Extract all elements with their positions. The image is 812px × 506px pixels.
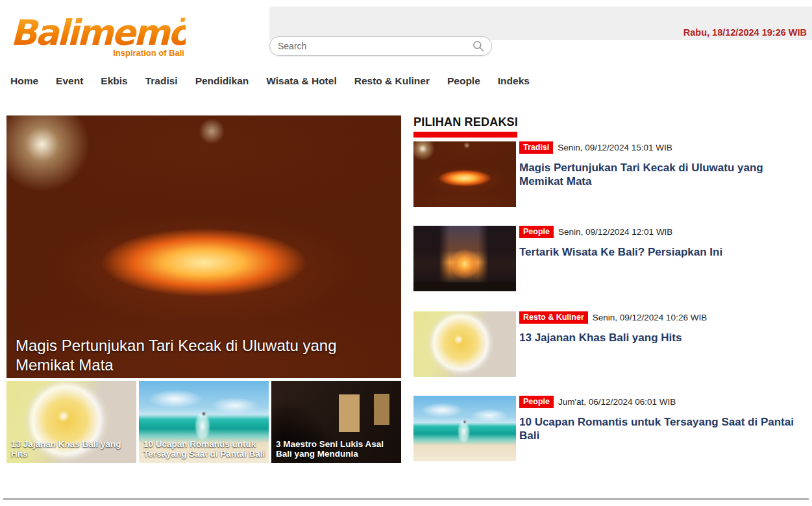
featured-thumb-beach-couple[interactable]: 10 Ucapan Romantis untuk Tersayang Saat … (139, 381, 269, 463)
article-date: Senin, 09/12/2024 15:01 WIB (558, 143, 672, 152)
current-datetime: Rabu, 18/12/2024 19:26 WIB (683, 27, 807, 38)
editors-picks-heading: PILIHAN REDAKSI (413, 115, 808, 129)
thumb-title[interactable]: 10 Ucapan Romantis untuk Tersayang Saat … (143, 439, 265, 459)
balimemo-logo[interactable]: Balimemö Inspiration of Bali (10, 16, 186, 58)
header-top-band: Rabu, 18/12/2024 19:26 WIB (269, 6, 812, 40)
nav-item-home[interactable]: Home (10, 75, 38, 87)
article-thumb-beach-couple[interactable] (413, 396, 516, 461)
nav-item-pendidikan[interactable]: Pendidikan (195, 75, 249, 87)
bottom-divider (3, 498, 809, 500)
featured-thumb-egg-tart[interactable]: 13 Jajanan Khas Bali yang Hits (6, 381, 136, 463)
category-badge[interactable]: Tradisi (519, 141, 553, 154)
nav-item-event[interactable]: Event (56, 75, 83, 87)
category-badge[interactable]: Resto & Kuliner (519, 311, 588, 324)
article-thumb-temple-sunset[interactable] (413, 226, 516, 291)
nav-item-ekbis[interactable]: Ekbis (101, 75, 127, 87)
article-thumb-egg-tart[interactable] (413, 311, 516, 377)
category-badge[interactable]: People (519, 226, 554, 238)
article-title[interactable]: Tertarik Wisata Ke Bali? Persiapkan Ini (519, 245, 808, 259)
nav-item-resto-kuliner[interactable]: Resto & Kuliner (354, 75, 430, 87)
hero-title[interactable]: Magis Pertunjukan Tari Kecak di Uluwatu … (16, 336, 389, 375)
search-icon[interactable] (472, 40, 485, 53)
category-badge[interactable]: People (519, 396, 554, 408)
article-row: Tradisi Senin, 09/12/2024 15:01 WIB Magi… (413, 141, 808, 209)
search-input[interactable] (278, 41, 472, 51)
article-date: Senin, 09/12/2024 10:26 WIB (593, 313, 707, 322)
featured-thumb-art-gallery[interactable]: 3 Maestro Seni Lukis Asal Bali yang Mend… (271, 381, 401, 463)
article-thumb-kecak-fire[interactable] (413, 141, 516, 207)
article-date: Jum'at, 06/12/2024 06:01 WIB (558, 397, 676, 407)
logo-wordmark: Balimemö (10, 16, 186, 51)
article-row: People Jum'at, 06/12/2024 06:01 WIB 10 U… (413, 396, 808, 463)
article-row: Resto & Kuliner Senin, 09/12/2024 10:26 … (413, 311, 808, 379)
nav-item-tradisi[interactable]: Tradisi (145, 75, 178, 87)
nav-item-indeks[interactable]: Indeks (498, 75, 530, 87)
article-title[interactable]: 13 Jajanan Khas Bali yang Hits (519, 331, 808, 344)
nav-item-wisata-hotel[interactable]: Wisata & Hotel (266, 75, 336, 87)
red-underline-bar (413, 132, 517, 138)
article-date: Senin, 09/12/2024 12:01 WIB (558, 227, 672, 237)
hero-article[interactable]: Magis Pertunjukan Tari Kecak di Uluwatu … (6, 115, 401, 378)
thumb-title[interactable]: 13 Jajanan Khas Bali yang Hits (11, 439, 133, 459)
balimemo-homepage: Rabu, 18/12/2024 19:26 WIB Balimemö Insp… (0, 0, 812, 506)
article-title[interactable]: 10 Ucapan Romantis untuk Tersayang Saat … (519, 415, 808, 443)
main-nav: Home Event Ekbis Tradisi Pendidikan Wisa… (10, 75, 530, 87)
editors-picks-section: PILIHAN REDAKSI Tradisi Senin, 09/12/202… (413, 115, 808, 138)
featured-thumb-row: 13 Jajanan Khas Bali yang Hits 10 Ucapan… (6, 381, 401, 463)
thumb-title[interactable]: 3 Maestro Seni Lukis Asal Bali yang Mend… (276, 439, 398, 459)
article-row: People Senin, 09/12/2024 12:01 WIB Terta… (413, 226, 808, 293)
article-title[interactable]: Magis Pertunjukan Tari Kecak di Uluwatu … (519, 161, 808, 189)
nav-item-people[interactable]: People (447, 75, 480, 87)
search-box[interactable] (269, 36, 492, 56)
